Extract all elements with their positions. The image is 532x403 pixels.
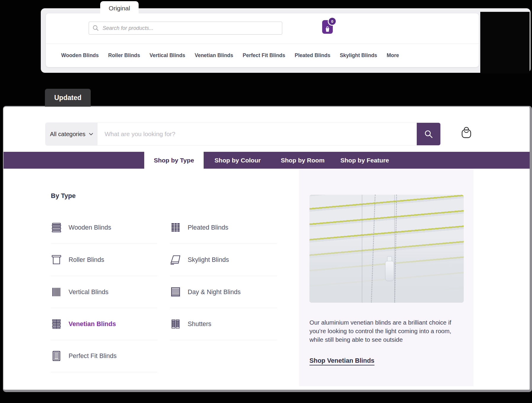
blind-tassel — [385, 256, 394, 282]
perfect-fit-blinds-icon — [51, 350, 62, 362]
shopping-bag-icon — [324, 25, 331, 33]
updated-header-card: All categories Shop by Type Shop by Colo… — [3, 106, 532, 392]
menu-item-label: Venetian Blinds — [69, 320, 116, 328]
menu-item-label: Roller Blinds — [69, 256, 104, 264]
divider — [51, 308, 157, 308]
category-dropdown[interactable]: All categories — [46, 123, 98, 145]
shopping-bag-icon — [460, 126, 473, 140]
nav-item-perfect-fit-blinds[interactable]: Perfect Fit Blinds — [243, 52, 285, 59]
nav-item-vertical-blinds[interactable]: Vertical Blinds — [150, 52, 185, 59]
original-slide-dark-area — [480, 12, 530, 73]
divider — [170, 340, 277, 340]
original-main-nav: Wooden Blinds Roller Blinds Vertical Bli… — [61, 44, 399, 67]
category-dropdown-label: All categories — [50, 131, 85, 138]
site-search-input[interactable] — [98, 123, 417, 145]
menu-item-wooden-blinds[interactable]: Wooden Blinds — [51, 221, 111, 234]
mega-menu-nav-bar: Shop by Type Shop by Colour Shop by Room… — [4, 152, 530, 169]
divider — [170, 244, 277, 244]
venetian-blinds-photo — [309, 195, 464, 303]
menu-item-shutters[interactable]: Shutters — [170, 317, 211, 331]
nav-item-wooden-blinds[interactable]: Wooden Blinds — [61, 52, 99, 59]
menu-item-roller-blinds[interactable]: Roller Blinds — [51, 253, 104, 267]
nav-item-pleated-blinds[interactable]: Pleated Blinds — [295, 52, 330, 59]
basket-button[interactable] — [459, 125, 473, 141]
updated-search-bar: All categories — [46, 123, 440, 145]
menu-item-label: Day & Night Blinds — [188, 288, 241, 296]
original-label: Original — [109, 5, 130, 12]
divider — [170, 308, 277, 308]
menu-item-label: Pleated Blinds — [188, 224, 228, 231]
divider — [51, 340, 157, 340]
tab-shop-by-room[interactable]: Shop by Room — [273, 152, 332, 169]
vertical-blinds-icon — [51, 286, 62, 298]
promo-description: Our aluminium venetian blinds are a bril… — [309, 318, 467, 344]
menu-item-label: Vertical Blinds — [69, 288, 108, 296]
search-button[interactable] — [417, 123, 440, 145]
original-header-card: 0 Wooden Blinds Roller Blinds Vertical B… — [46, 13, 479, 67]
wooden-blinds-icon — [51, 222, 62, 233]
shutters-icon — [170, 318, 181, 330]
menu-item-label: Skylight Blinds — [188, 256, 229, 264]
menu-item-label: Perfect Fit Blinds — [69, 352, 117, 360]
venetian-blinds-icon — [51, 318, 62, 330]
divider — [51, 244, 157, 244]
menu-item-label: Shutters — [188, 320, 211, 328]
shop-venetian-blinds-link[interactable]: Shop Venetian Blinds — [309, 357, 374, 365]
updated-label-tab: Updated — [45, 89, 91, 107]
original-search-bar[interactable] — [89, 22, 282, 35]
menu-item-label: Wooden Blinds — [69, 224, 111, 231]
cart-button[interactable]: 0 — [322, 20, 333, 34]
tab-shop-by-feature[interactable]: Shop by Feature — [332, 152, 397, 169]
divider — [51, 276, 157, 276]
skylight-blinds-icon — [170, 254, 181, 265]
nav-item-skylight-blinds[interactable]: Skylight Blinds — [340, 52, 377, 59]
pleated-blinds-icon — [170, 222, 181, 233]
menu-item-venetian-blinds[interactable]: Venetian Blinds — [51, 317, 116, 331]
updated-label: Updated — [54, 94, 82, 102]
menu-item-perfect-fit-blinds[interactable]: Perfect Fit Blinds — [51, 349, 117, 363]
products-search-input[interactable] — [102, 25, 278, 32]
tab-shop-by-colour[interactable]: Shop by Colour — [208, 152, 267, 169]
nav-item-roller-blinds[interactable]: Roller Blinds — [108, 52, 140, 59]
menu-heading: By Type — [51, 192, 76, 200]
tab-shop-by-type[interactable]: Shop by Type — [144, 152, 204, 169]
nav-item-venetian-blinds[interactable]: Venetian Blinds — [195, 52, 233, 59]
chevron-down-icon — [89, 133, 93, 136]
nav-item-more[interactable]: More — [387, 52, 399, 59]
menu-item-vertical-blinds[interactable]: Vertical Blinds — [51, 285, 108, 299]
cart-count-badge: 0 — [328, 17, 337, 26]
original-label-tab: Original — [100, 1, 139, 15]
divider — [170, 276, 277, 276]
menu-item-skylight-blinds[interactable]: Skylight Blinds — [170, 253, 229, 267]
day-night-blinds-icon — [170, 286, 181, 298]
search-icon — [93, 25, 99, 31]
search-icon — [424, 129, 433, 139]
divider — [51, 372, 157, 372]
menu-item-pleated-blinds[interactable]: Pleated Blinds — [170, 221, 228, 234]
roller-blinds-icon — [51, 254, 62, 265]
menu-item-day-night-blinds[interactable]: Day & Night Blinds — [170, 285, 241, 299]
